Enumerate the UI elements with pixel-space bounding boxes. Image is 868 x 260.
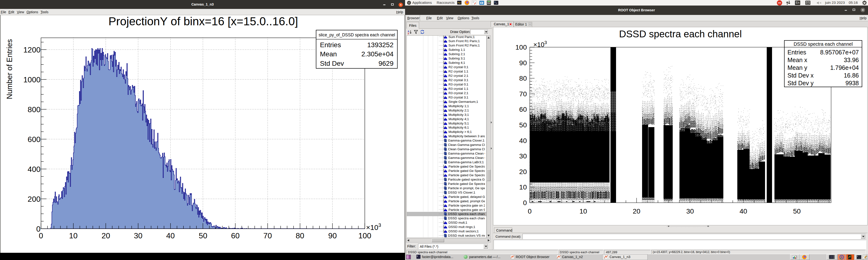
svg-text:400: 400	[28, 165, 40, 174]
svg-text:0: 0	[523, 199, 527, 207]
svg-text:0: 0	[528, 207, 532, 215]
svg-text:9938: 9938	[845, 80, 859, 86]
svg-text:50: 50	[199, 231, 207, 240]
svg-text:Entries: Entries	[320, 41, 341, 49]
svg-text:40: 40	[519, 137, 527, 144]
svg-text:20: 20	[101, 231, 110, 240]
svg-text:40: 40	[740, 207, 747, 215]
svg-text:33.96: 33.96	[844, 57, 859, 63]
svg-text:30: 30	[134, 231, 143, 240]
svg-text:50: 50	[519, 121, 527, 129]
svg-text:60: 60	[231, 231, 240, 240]
svg-text:0: 0	[36, 225, 40, 233]
svg-text:DSSD spectra each channel: DSSD spectra each channel	[619, 28, 742, 39]
svg-text:Mean x: Mean x	[787, 57, 807, 63]
svg-text:10: 10	[579, 207, 587, 215]
svg-text:9629: 9629	[378, 60, 394, 67]
svg-text:Number of Entries: Number of Entries	[5, 39, 14, 99]
svg-text:90: 90	[519, 59, 527, 67]
svg-text:60: 60	[519, 105, 527, 113]
svg-text:100: 100	[358, 231, 371, 240]
svg-text:DSSD spectra each channel: DSSD spectra each channel	[794, 41, 853, 47]
svg-text:×103: ×103	[366, 222, 381, 231]
svg-text:16.86: 16.86	[844, 72, 859, 79]
svg-text:1200: 1200	[23, 45, 40, 54]
svg-text:2.305e+04: 2.305e+04	[362, 50, 394, 58]
svg-text:70: 70	[263, 231, 272, 240]
svg-text:Mean: Mean	[320, 50, 337, 58]
svg-text:ProjectionY of binx=16 [x=15.0: ProjectionY of binx=16 [x=15.0..16.0]	[108, 15, 298, 28]
svg-text:40: 40	[166, 231, 175, 240]
svg-text:50: 50	[793, 207, 801, 215]
svg-text:Z: Z	[408, 32, 409, 34]
svg-text:70: 70	[519, 90, 527, 98]
svg-text:1393252: 1393252	[367, 41, 394, 49]
svg-text:30: 30	[686, 207, 694, 215]
svg-text:Std Dev x: Std Dev x	[787, 72, 814, 79]
svg-text:30: 30	[519, 152, 527, 160]
svg-text:20: 20	[633, 207, 641, 215]
svg-text:10: 10	[519, 183, 527, 191]
svg-text:100: 100	[515, 43, 527, 51]
svg-text:Mean y: Mean y	[787, 64, 807, 71]
svg-text:1000: 1000	[23, 75, 40, 84]
svg-text:90: 90	[328, 231, 337, 240]
svg-text:80: 80	[296, 231, 304, 240]
svg-text:10: 10	[69, 231, 78, 240]
svg-text:8.957067e+07: 8.957067e+07	[820, 49, 859, 55]
svg-text:800: 800	[28, 105, 40, 114]
svg-text:80: 80	[519, 74, 527, 82]
svg-text:slice_py_of_DSSD spectra each: slice_py_of_DSSD spectra each channel	[318, 33, 395, 38]
svg-text:1.796e+04: 1.796e+04	[830, 64, 859, 71]
svg-text:Std Dev: Std Dev	[320, 60, 344, 67]
svg-text:600: 600	[28, 135, 40, 144]
svg-text:200: 200	[28, 195, 40, 203]
svg-text:20: 20	[519, 168, 527, 176]
svg-text:Entries: Entries	[787, 49, 806, 55]
svg-text:Std Dev y: Std Dev y	[787, 80, 814, 86]
